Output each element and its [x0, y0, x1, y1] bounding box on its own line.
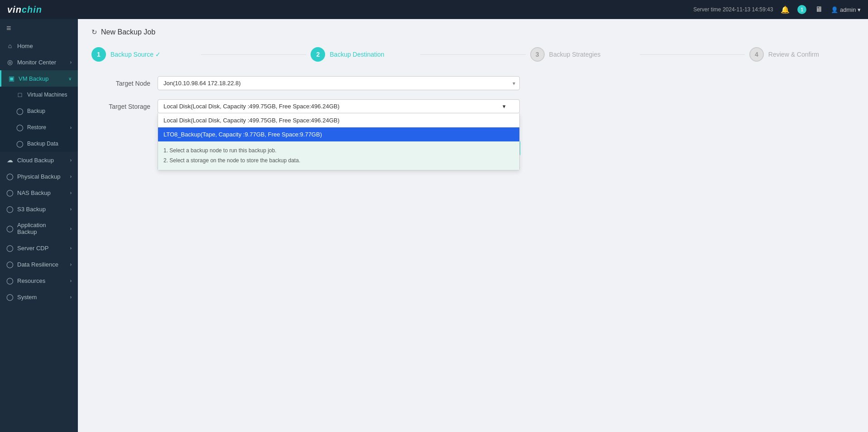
dropdown-option-local-disk[interactable]: Local Disk(Local Disk, Capacity :499.75G…	[158, 113, 519, 127]
sidebar: ≡ ⌂ Home ◎ Monitor Center › ▣ VM Backup …	[0, 19, 78, 432]
chevron-right-icon: ›	[70, 207, 72, 212]
step-4-circle: 4	[749, 47, 764, 62]
sidebar-item-server-cdp[interactable]: ◯ Server CDP ›	[0, 240, 78, 256]
sidebar-item-data-resilience[interactable]: ◯ Data Resilience ›	[0, 256, 78, 272]
sidebar-item-vm-backup[interactable]: ▣ VM Backup ∨	[0, 70, 78, 87]
sidebar-item-label: Monitor Center	[17, 59, 56, 66]
virtual-machines-icon: □	[16, 91, 24, 98]
target-node-row: Target Node Jon(10.10.98.64 172.18.22.8)…	[91, 76, 854, 90]
sidebar-item-label: Home	[17, 43, 33, 49]
sidebar-item-virtual-machines[interactable]: □ Virtual Machines	[0, 87, 78, 103]
chevron-right-icon: ›	[70, 174, 72, 179]
sidebar-item-label: Backup	[27, 108, 45, 114]
selected-storage-text: Local Disk(Local Disk, Capacity :499.75G…	[163, 103, 340, 110]
topbar: vinchin Server time 2024-11-13 14:59:43 …	[0, 0, 868, 19]
sidebar-item-label: Application Backup	[17, 222, 67, 235]
sidebar-item-label: Resources	[17, 277, 45, 284]
sidebar-item-label: Server CDP	[17, 245, 48, 252]
user-menu[interactable]: 👤 admin ▾	[831, 6, 861, 13]
chevron-right-icon: ›	[70, 295, 72, 300]
sidebar-item-backup[interactable]: ◯ Backup	[0, 103, 78, 119]
step-3-circle: 3	[530, 47, 545, 62]
step-1-circle: 1	[91, 47, 106, 62]
vm-backup-icon: ▣	[8, 75, 15, 82]
step-2-label: Backup Destination	[330, 51, 384, 58]
app-backup-icon: ◯	[6, 225, 14, 232]
step-2-circle: 2	[311, 47, 325, 62]
step-1: 1 Backup Source✓	[91, 47, 197, 62]
step-2: 2 Backup Destination	[311, 47, 416, 62]
target-node-label: Target Node	[91, 76, 150, 87]
sidebar-item-system[interactable]: ◯ System ›	[0, 289, 78, 305]
notification-badge[interactable]: 1	[797, 5, 806, 14]
stepper: 1 Backup Source✓ 2 Backup Destination 3 …	[91, 47, 854, 62]
page-title: New Backup Job	[101, 28, 155, 36]
target-node-select[interactable]: Jon(10.10.98.64 172.18.22.8)	[158, 76, 520, 90]
app-logo: vinchin	[7, 5, 42, 15]
server-cdp-icon: ◯	[6, 244, 14, 252]
cloud-icon: ☁	[6, 156, 14, 164]
resources-icon: ◯	[6, 277, 14, 284]
sidebar-item-nas-backup[interactable]: ◯ NAS Backup ›	[0, 184, 78, 201]
sidebar-item-physical-backup[interactable]: ◯ Physical Backup ›	[0, 168, 78, 184]
backup-icon: ◯	[16, 107, 24, 115]
chevron-right-icon: ›	[70, 158, 72, 163]
target-storage-control: Local Disk(Local Disk, Capacity :499.75G…	[158, 99, 520, 113]
sidebar-item-label: Physical Backup	[17, 173, 60, 180]
system-icon: ◯	[6, 293, 14, 301]
hint-line-1: 1. Select a backup node to run this back…	[163, 146, 514, 156]
s3-icon: ◯	[6, 205, 14, 213]
server-time: Server time 2024-11-13 14:59:43	[693, 6, 773, 13]
chevron-right-icon: ›	[70, 60, 72, 65]
target-storage-dropdown[interactable]: Local Disk(Local Disk, Capacity :499.75G…	[158, 99, 520, 113]
sidebar-item-label: System	[17, 294, 37, 301]
sidebar-item-home[interactable]: ⌂ Home	[0, 38, 78, 54]
page-title-row: ↻ New Backup Job	[91, 28, 854, 36]
chevron-right-icon: ›	[70, 278, 72, 283]
sidebar-item-cloud-backup[interactable]: ☁ Cloud Backup ›	[0, 152, 78, 168]
chevron-right-icon: ›	[70, 246, 72, 251]
sidebar-item-label: Cloud Backup	[17, 157, 54, 164]
sidebar-item-label: Data Resilience	[17, 261, 58, 268]
sidebar-toggle[interactable]: ≡	[0, 19, 78, 38]
step-divider-3	[640, 54, 745, 55]
step-1-label: Backup Source✓	[110, 51, 161, 58]
step-3: 3 Backup Strategies	[530, 47, 635, 62]
nas-icon: ◯	[6, 189, 14, 196]
main-content: ↻ New Backup Job 1 Backup Source✓ 2 Back…	[78, 19, 868, 432]
sidebar-item-monitor-center[interactable]: ◎ Monitor Center ›	[0, 54, 78, 70]
data-resilience-icon: ◯	[6, 261, 14, 268]
step-4-label: Review & Confirm	[768, 51, 819, 58]
target-storage-label: Target Storage	[91, 99, 150, 110]
sidebar-item-label: S3 Backup	[17, 206, 46, 213]
home-icon: ⌂	[6, 42, 14, 49]
sidebar-item-label: Virtual Machines	[27, 92, 67, 98]
storage-dropdown-menu: Local Disk(Local Disk, Capacity :499.75G…	[158, 113, 520, 170]
sidebar-item-label: Backup Data	[27, 141, 58, 147]
sidebar-item-label: Restore	[27, 124, 46, 131]
sidebar-item-application-backup[interactable]: ◯ Application Backup ›	[0, 217, 78, 240]
hint-line-2: 2. Select a storage on the node to store…	[163, 156, 514, 166]
sidebar-item-backup-data[interactable]: ◯ Backup Data	[0, 136, 78, 152]
physical-backup-icon: ◯	[6, 173, 14, 180]
sidebar-item-restore[interactable]: ◯ Restore ›	[0, 119, 78, 136]
step-3-label: Backup Strategies	[549, 51, 601, 58]
sidebar-item-label: NAS Backup	[17, 189, 51, 196]
notifications-icon[interactable]: 🔔	[780, 5, 790, 15]
chevron-right-icon: ›	[70, 262, 72, 267]
chevron-right-icon: ›	[70, 125, 72, 130]
monitor-icon[interactable]: 🖥	[814, 5, 824, 15]
backup-data-icon: ◯	[16, 140, 24, 147]
sidebar-item-s3-backup[interactable]: ◯ S3 Backup ›	[0, 201, 78, 217]
sidebar-item-resources[interactable]: ◯ Resources ›	[0, 272, 78, 289]
target-node-control: Jon(10.10.98.64 172.18.22.8) ▾	[158, 76, 520, 90]
chevron-down-icon: ∨	[68, 76, 72, 81]
sidebar-item-label: VM Backup	[19, 75, 48, 82]
step-divider-2	[420, 54, 525, 55]
dropdown-option-lto8[interactable]: LTO8_Backup(Tape, Capacity :9.77GB, Free…	[158, 127, 519, 141]
refresh-icon[interactable]: ↻	[91, 28, 97, 36]
dropdown-arrow-icon: ▾	[503, 103, 506, 110]
step-divider-1	[201, 54, 306, 55]
checkmark-icon: ✓	[155, 51, 161, 58]
topbar-right: Server time 2024-11-13 14:59:43 🔔 1 🖥 👤 …	[693, 5, 861, 15]
